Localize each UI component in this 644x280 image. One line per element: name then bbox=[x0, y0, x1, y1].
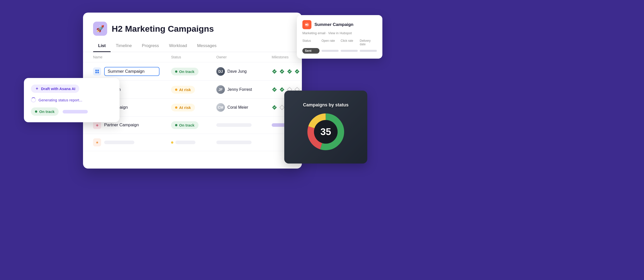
svg-rect-0 bbox=[95, 70, 97, 71]
dave-avatar: DJ bbox=[216, 67, 225, 76]
milestone-1 bbox=[272, 87, 277, 92]
table-header: Name Status Owner Milestones bbox=[83, 52, 302, 62]
svg-rect-1 bbox=[97, 70, 99, 71]
project-header: 🚀 H2 Marketing Campaigns bbox=[83, 13, 302, 41]
ai-card: Draft with Asana AI Generating status re… bbox=[24, 78, 119, 122]
ai-status-row: On track bbox=[31, 107, 112, 116]
status-dot bbox=[175, 106, 177, 109]
milestone-3 bbox=[287, 69, 292, 74]
partner-status[interactable]: On track bbox=[171, 121, 216, 129]
milestone-1 bbox=[272, 105, 277, 110]
col-open-rate: Open rate bbox=[321, 39, 339, 46]
milestone-2 bbox=[279, 105, 285, 110]
summer-milestones bbox=[272, 69, 302, 74]
tab-list[interactable]: List bbox=[93, 41, 111, 52]
ai-bar-placeholder bbox=[63, 110, 88, 113]
draft-label: Draft with Asana AI bbox=[41, 87, 75, 91]
tab-workload[interactable]: Workload bbox=[164, 41, 192, 52]
col-name: Name bbox=[93, 55, 171, 59]
tab-messages[interactable]: Messages bbox=[192, 41, 221, 52]
fall-status[interactable]: At risk bbox=[171, 86, 216, 94]
summer-owner: DJ Dave Jung bbox=[216, 67, 272, 76]
launch-owner: CM Coral Meier bbox=[216, 103, 272, 112]
tab-timeline[interactable]: Timeline bbox=[111, 41, 137, 52]
on-track-badge[interactable]: On track bbox=[171, 68, 198, 75]
owner-placeholder bbox=[216, 123, 252, 127]
owner-placeholder2 bbox=[216, 141, 252, 144]
chart-background: Campaigns by status 35 bbox=[284, 91, 367, 164]
table-row: ★ bbox=[83, 134, 302, 151]
status-dot bbox=[175, 124, 177, 126]
row5-icon: ★ bbox=[93, 138, 101, 146]
on-track-badge-partner[interactable]: On track bbox=[171, 121, 198, 129]
coral-name: Coral Meier bbox=[227, 105, 248, 110]
sent-badge: Sent bbox=[302, 48, 319, 54]
chart-card: Campaigns by status 35 bbox=[284, 91, 367, 164]
col-status: Status bbox=[171, 55, 216, 59]
dave-name: Dave Jung bbox=[227, 69, 247, 74]
project-icon: 🚀 bbox=[93, 22, 107, 36]
hubspot-subtitle: Marketing email · View in Hubspot bbox=[302, 31, 377, 35]
status-text: On track bbox=[179, 123, 194, 127]
delivery-bar bbox=[360, 50, 377, 52]
ai-status-text: On track bbox=[39, 109, 55, 114]
jenny-name: Jenny Forrest bbox=[227, 87, 252, 92]
summer-icon bbox=[93, 67, 101, 75]
ai-on-track-badge: On track bbox=[31, 107, 59, 116]
name-placeholder bbox=[104, 141, 134, 144]
fall-owner: JF Jenny Forrest bbox=[216, 85, 272, 94]
donut-chart: 35 bbox=[306, 112, 346, 152]
chart-content: Campaigns by status 35 bbox=[303, 102, 348, 152]
hubspot-header: Summer Campaign bbox=[302, 20, 377, 29]
project-title: H2 Marketing Campaigns bbox=[112, 24, 214, 34]
partner-owner bbox=[216, 123, 272, 127]
status-placeholder bbox=[175, 141, 195, 144]
milestone-2 bbox=[279, 87, 285, 92]
col-owner: Owner bbox=[216, 55, 272, 59]
nav-tabs: List Timeline Progress Workload Messages bbox=[83, 41, 302, 52]
col-status-hs: Status bbox=[302, 39, 319, 46]
ai-sparkle-icon bbox=[35, 87, 39, 91]
hubspot-logo bbox=[302, 20, 311, 29]
hubspot-icon bbox=[304, 22, 309, 27]
at-risk-badge-launch[interactable]: At risk bbox=[171, 104, 195, 111]
milestone-4 bbox=[294, 69, 300, 74]
row5-name: ★ bbox=[93, 138, 171, 146]
col-milestones: Milestones bbox=[272, 55, 292, 59]
at-risk-badge[interactable]: At risk bbox=[171, 86, 195, 94]
loading-spinner bbox=[31, 97, 36, 102]
row5-status bbox=[171, 141, 216, 144]
status-text: At risk bbox=[179, 105, 191, 110]
hubspot-card: Summer Campaign Marketing email · View i… bbox=[297, 15, 382, 59]
open-rate-bar bbox=[321, 50, 339, 52]
summer-campaign-input[interactable] bbox=[104, 67, 159, 76]
row5-owner bbox=[216, 141, 272, 144]
status-dot bbox=[175, 70, 177, 73]
row-summer-name bbox=[93, 67, 171, 76]
status-dot bbox=[35, 110, 37, 113]
col-delivery-date: Delivery date bbox=[360, 39, 377, 46]
svg-rect-3 bbox=[97, 72, 99, 73]
milestone-2 bbox=[279, 69, 285, 74]
milestone-1 bbox=[272, 69, 277, 74]
coral-avatar: CM bbox=[216, 103, 225, 112]
hubspot-title: Summer Campaign bbox=[314, 22, 353, 27]
jenny-avatar: JF bbox=[216, 85, 225, 94]
draft-with-ai-button[interactable]: Draft with Asana AI bbox=[31, 85, 79, 93]
donut-center-number: 35 bbox=[320, 126, 331, 137]
status-text: At risk bbox=[179, 88, 191, 92]
launch-status[interactable]: At risk bbox=[171, 104, 216, 111]
status-dot bbox=[175, 89, 177, 91]
hubspot-values: Sent bbox=[302, 48, 377, 54]
generating-label: Generating status report... bbox=[38, 98, 82, 102]
svg-rect-2 bbox=[95, 72, 97, 73]
partner-campaign-label: Partner Campaign bbox=[104, 123, 139, 128]
generating-status: Generating status report... bbox=[31, 97, 112, 102]
tab-progress[interactable]: Progress bbox=[137, 41, 164, 52]
col-click-rate: Click rate bbox=[341, 39, 358, 46]
click-rate-bar bbox=[341, 50, 358, 52]
status-text: On track bbox=[179, 69, 194, 74]
hubspot-meta: Status Open rate Click rate Delivery dat… bbox=[302, 39, 377, 46]
summer-status[interactable]: On track bbox=[171, 68, 216, 75]
chart-title: Campaigns by status bbox=[303, 102, 348, 108]
